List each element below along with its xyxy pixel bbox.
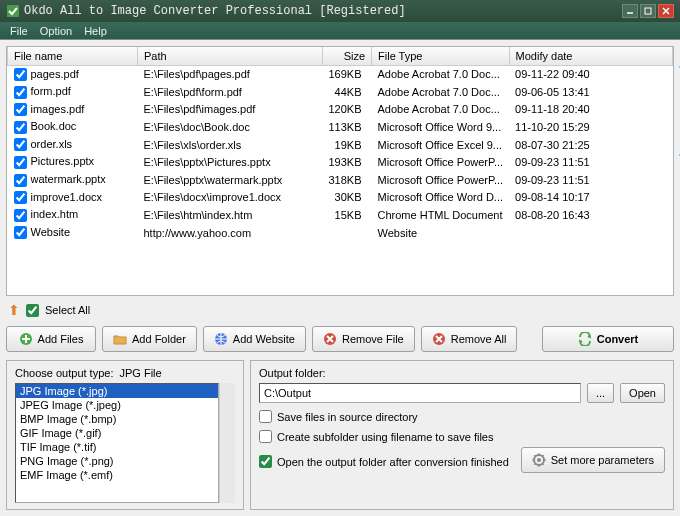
col-type[interactable]: File Type	[372, 47, 510, 65]
output-type-current: JPG File	[119, 367, 161, 379]
titlebar: Okdo All to Image Converter Professional…	[0, 0, 680, 22]
more-parameters-button[interactable]: Set more parameters	[521, 447, 665, 473]
menu-help[interactable]: Help	[78, 25, 113, 37]
output-type-list[interactable]: JPG Image (*.jpg)JPEG Image (*.jpeg)BMP …	[15, 383, 219, 503]
menu-file[interactable]: File	[4, 25, 34, 37]
app-icon	[6, 4, 20, 18]
file-list[interactable]: File name Path Size File Type Modify dat…	[7, 47, 673, 295]
add-website-button[interactable]: Add Website	[203, 326, 306, 352]
menu-option[interactable]: Option	[34, 25, 78, 37]
add-files-button[interactable]: Add Files	[6, 326, 96, 352]
move-down-button[interactable]	[675, 115, 680, 133]
output-folder-input[interactable]	[259, 383, 581, 403]
move-top-button[interactable]	[675, 63, 680, 81]
file-panel: File name Path Size File Type Modify dat…	[6, 46, 674, 296]
table-row[interactable]: watermark.pptxE:\Files\pptx\watermark.pp…	[8, 171, 673, 189]
output-type-option[interactable]: JPEG Image (*.jpeg)	[16, 398, 218, 412]
row-checkbox[interactable]	[14, 174, 27, 187]
convert-button[interactable]: Convert	[542, 326, 674, 352]
row-checkbox[interactable]	[14, 156, 27, 169]
output-folder-panel: Output folder: ... Open Save files in so…	[250, 360, 674, 510]
move-bottom-button[interactable]	[675, 141, 680, 159]
svg-rect-0	[7, 5, 19, 17]
save-source-checkbox[interactable]	[259, 410, 272, 423]
row-checkbox[interactable]	[14, 209, 27, 222]
subfolder-checkbox[interactable]	[259, 430, 272, 443]
scrollbar[interactable]	[219, 383, 235, 503]
svg-rect-2	[645, 8, 651, 14]
output-type-option[interactable]: PNG Image (*.png)	[16, 454, 218, 468]
remove-all-button[interactable]: Remove All	[421, 326, 518, 352]
table-row[interactable]: pages.pdfE:\Files\pdf\pages.pdf169KBAdob…	[8, 65, 673, 83]
row-checkbox[interactable]	[14, 103, 27, 116]
row-checkbox[interactable]	[14, 191, 27, 204]
table-row[interactable]: images.pdfE:\Files\pdf\images.pdf120KBAd…	[8, 101, 673, 119]
table-row[interactable]: Websitehttp://www.yahoo.comWebsite	[8, 224, 673, 242]
row-checkbox[interactable]	[14, 138, 27, 151]
select-all-checkbox[interactable]	[26, 304, 39, 317]
table-row[interactable]: improve1.docxE:\Files\docx\improve1.docx…	[8, 189, 673, 207]
output-type-option[interactable]: TIF Image (*.tif)	[16, 440, 218, 454]
output-type-option[interactable]: BMP Image (*.bmp)	[16, 412, 218, 426]
output-type-label: Choose output type:	[15, 367, 113, 379]
add-folder-button[interactable]: Add Folder	[102, 326, 197, 352]
table-row[interactable]: index.htmE:\Files\htm\index.htm15KBChrom…	[8, 206, 673, 224]
table-row[interactable]: form.pdfE:\Files\pdf\form.pdf44KBAdobe A…	[8, 83, 673, 101]
table-row[interactable]: Pictures.pptxE:\Files\pptx\Pictures.pptx…	[8, 153, 673, 171]
output-type-option[interactable]: EMF Image (*.emf)	[16, 468, 218, 482]
open-button[interactable]: Open	[620, 383, 665, 403]
row-checkbox[interactable]	[14, 226, 27, 239]
svg-point-8	[537, 458, 541, 462]
output-type-option[interactable]: GIF Image (*.gif)	[16, 426, 218, 440]
select-all-label: Select All	[45, 304, 90, 316]
table-row[interactable]: order.xlsE:\Files\xls\order.xls19KBMicro…	[8, 136, 673, 154]
output-type-option[interactable]: JPG Image (*.jpg)	[16, 384, 218, 398]
row-checkbox[interactable]	[14, 86, 27, 99]
col-name[interactable]: File name	[8, 47, 138, 65]
maximize-button[interactable]	[640, 4, 656, 18]
row-checkbox[interactable]	[14, 121, 27, 134]
col-path[interactable]: Path	[138, 47, 323, 65]
window-title: Okdo All to Image Converter Professional…	[24, 4, 622, 18]
col-size[interactable]: Size	[323, 47, 372, 65]
table-row[interactable]: Book.docE:\Files\doc\Book.doc113KBMicros…	[8, 118, 673, 136]
up-arrow-icon: ⬆	[8, 302, 20, 318]
output-folder-label: Output folder:	[259, 367, 665, 379]
browse-button[interactable]: ...	[587, 383, 614, 403]
row-checkbox[interactable]	[14, 68, 27, 81]
minimize-button[interactable]	[622, 4, 638, 18]
output-type-panel: Choose output type: JPG File JPG Image (…	[6, 360, 244, 510]
close-button[interactable]	[658, 4, 674, 18]
remove-file-button[interactable]: Remove File	[312, 326, 415, 352]
col-date[interactable]: Modify date	[509, 47, 672, 65]
open-after-checkbox[interactable]	[259, 455, 272, 468]
move-up-button[interactable]	[675, 89, 680, 107]
menubar: File Option Help	[0, 22, 680, 40]
